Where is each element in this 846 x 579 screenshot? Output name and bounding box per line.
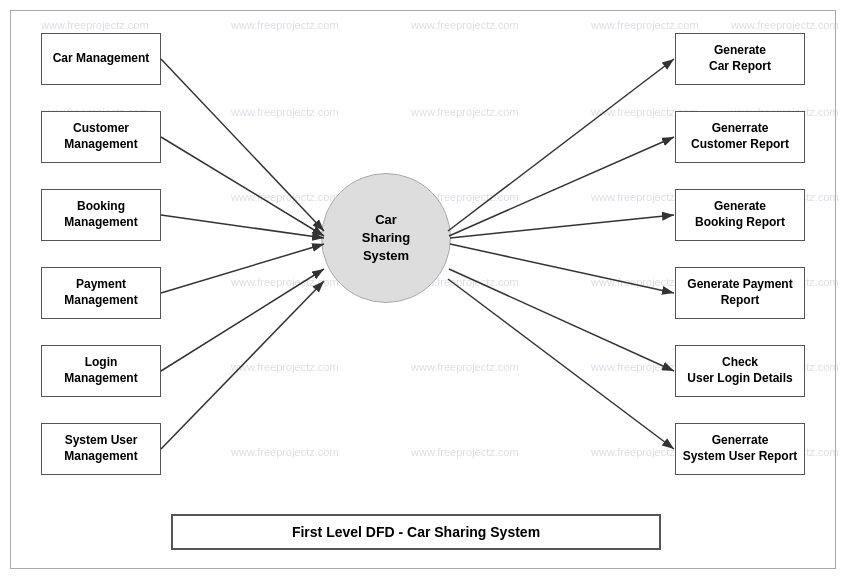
generate-payment-report-box: Generate Payment Report bbox=[675, 267, 805, 319]
watermark: www.freeprojectz.com bbox=[591, 19, 699, 31]
svg-line-8 bbox=[448, 59, 674, 231]
generate-booking-report-label: GenerateBooking Report bbox=[695, 199, 785, 230]
watermark: www.freeprojectz.com bbox=[411, 446, 519, 458]
check-user-login-details-box: CheckUser Login Details bbox=[675, 345, 805, 397]
generate-car-report-label: GenerateCar Report bbox=[709, 43, 771, 74]
generate-system-user-report-label: GenerrateSystem User Report bbox=[683, 433, 798, 464]
generate-system-user-report-box: GenerrateSystem User Report bbox=[675, 423, 805, 475]
car-management-label: Car Management bbox=[53, 51, 150, 67]
watermark: www.freeprojectz.com bbox=[231, 191, 339, 203]
svg-line-5 bbox=[161, 244, 324, 293]
generate-car-report-box: GenerateCar Report bbox=[675, 33, 805, 85]
watermark: www.freeprojectz.com bbox=[41, 19, 149, 31]
svg-line-10 bbox=[450, 215, 674, 238]
center-label: CarSharingSystem bbox=[362, 211, 410, 266]
booking-management-label: BookingManagement bbox=[64, 199, 137, 230]
watermark: www.freeprojectz.com bbox=[231, 276, 339, 288]
system-user-management-box: System UserManagement bbox=[41, 423, 161, 475]
payment-management-label: PaymentManagement bbox=[64, 277, 137, 308]
watermark: www.freeprojectz.com bbox=[411, 361, 519, 373]
booking-management-box: BookingManagement bbox=[41, 189, 161, 241]
svg-line-4 bbox=[161, 215, 324, 238]
diagram-container: www.freeprojectz.com www.freeprojectz.co… bbox=[10, 10, 836, 569]
watermark: www.freeprojectz.com bbox=[411, 19, 519, 31]
system-user-management-label: System UserManagement bbox=[64, 433, 137, 464]
svg-line-7 bbox=[161, 281, 324, 449]
watermark: www.freeprojectz.com bbox=[231, 19, 339, 31]
check-user-login-details-label: CheckUser Login Details bbox=[687, 355, 792, 386]
svg-line-13 bbox=[448, 279, 674, 449]
customer-management-box: CustomerManagement bbox=[41, 111, 161, 163]
payment-management-box: PaymentManagement bbox=[41, 267, 161, 319]
watermark: www.freeprojectz.com bbox=[411, 106, 519, 118]
svg-line-2 bbox=[161, 59, 324, 231]
svg-line-12 bbox=[449, 269, 674, 371]
car-management-box: Car Management bbox=[41, 33, 161, 85]
svg-line-9 bbox=[449, 137, 674, 236]
caption-box: First Level DFD - Car Sharing System bbox=[171, 514, 661, 550]
center-circle: CarSharingSystem bbox=[321, 173, 451, 303]
watermark: www.freeprojectz.com bbox=[231, 361, 339, 373]
login-management-label: LoginManagement bbox=[64, 355, 137, 386]
generate-customer-report-label: GenerrateCustomer Report bbox=[691, 121, 789, 152]
customer-management-label: CustomerManagement bbox=[64, 121, 137, 152]
svg-line-6 bbox=[161, 269, 324, 371]
watermark: www.freeprojectz.com bbox=[231, 106, 339, 118]
watermark: www.freeprojectz.com bbox=[731, 19, 839, 31]
watermark: www.freeprojectz.com bbox=[231, 446, 339, 458]
login-management-box: LoginManagement bbox=[41, 345, 161, 397]
generate-customer-report-box: GenerrateCustomer Report bbox=[675, 111, 805, 163]
svg-line-3 bbox=[161, 137, 324, 236]
caption-label: First Level DFD - Car Sharing System bbox=[292, 524, 540, 540]
generate-payment-report-label: Generate Payment Report bbox=[676, 277, 804, 308]
generate-booking-report-box: GenerateBooking Report bbox=[675, 189, 805, 241]
svg-line-11 bbox=[450, 244, 674, 293]
